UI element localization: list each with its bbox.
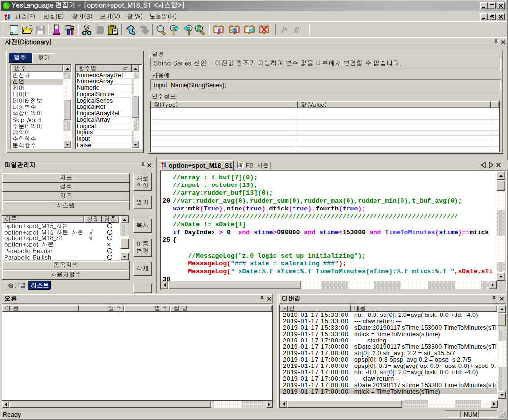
svg-text:/*: /* xyxy=(281,26,287,34)
svg-text://: // xyxy=(294,26,299,34)
svg-text:YL: YL xyxy=(4,4,9,9)
